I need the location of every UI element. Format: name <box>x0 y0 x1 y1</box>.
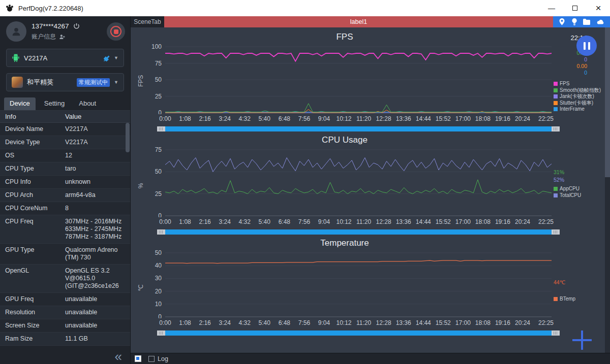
testing-status-badge: 常规测试中 <box>77 78 110 87</box>
scene-label[interactable]: label1 <box>164 16 553 27</box>
device-select[interactable]: V2217A ▼ <box>6 49 124 67</box>
account-info-label[interactable]: 账户信息 <box>32 32 56 41</box>
collapse-sidebar-icon[interactable]: « <box>115 350 122 363</box>
log-checkbox[interactable] <box>148 356 155 362</box>
x-tick-label: 11:20 <box>356 115 371 122</box>
fps-chart[interactable]: 0255075100 <box>146 44 552 114</box>
scroll-track[interactable] <box>165 126 552 131</box>
svg-text:20: 20 <box>155 288 162 295</box>
app-select[interactable]: 和平精英 常规测试中 ▼ <box>6 73 124 91</box>
x-tick-label: 19:16 <box>495 218 510 225</box>
fps-timeline-scrollbar[interactable] <box>157 126 560 131</box>
x-tick-label: 17:00 <box>455 115 471 122</box>
scroll-handle-right[interactable] <box>552 330 560 336</box>
x-tick-label: 13:36 <box>396 115 411 122</box>
scroll-track[interactable] <box>165 229 552 235</box>
tab-setting[interactable]: Setting <box>39 97 70 110</box>
x-tick-label: 9:04 <box>318 115 330 122</box>
pause-button[interactable] <box>576 36 597 56</box>
value-cell: 8 <box>61 202 130 215</box>
vertical-scrollbar-thumb[interactable] <box>605 27 610 177</box>
x-tick-label: 5:40 <box>259 115 270 122</box>
stop-record-button[interactable] <box>107 22 125 41</box>
temperature-chart[interactable]: 01020304050 <box>146 250 552 318</box>
avatar[interactable] <box>6 21 26 42</box>
table-scrollbar[interactable] <box>126 123 130 364</box>
scroll-handle-right[interactable] <box>552 229 560 235</box>
sidebar: 137****4267 账户信息 <box>0 16 131 364</box>
logout-power-icon[interactable] <box>73 23 80 29</box>
select-all-checkbox[interactable] <box>135 355 141 362</box>
table-row[interactable]: Resolutionunavailable <box>0 306 130 319</box>
legend-item[interactable]: Jank(卡顿次数) <box>554 93 601 100</box>
pause-icon <box>584 42 586 50</box>
legend-item[interactable]: Smooth(稳帧指数) <box>554 87 601 94</box>
game-app-icon <box>12 77 23 88</box>
scroll-track[interactable] <box>165 330 552 336</box>
svg-text:0: 0 <box>158 313 162 318</box>
close-button[interactable]: × <box>587 0 610 16</box>
legend-item[interactable]: InterFrame <box>554 106 601 113</box>
scroll-handle-left[interactable] <box>157 126 165 131</box>
svg-text:50: 50 <box>155 76 162 83</box>
table-row[interactable]: CPU CoreNum8 <box>0 202 130 215</box>
temperature-current-value: 44℃ <box>554 279 565 286</box>
lightbulb-icon[interactable] <box>571 18 577 25</box>
value-cell: 307MHz - 2016MHz 633MHz - 2745MHz 787MHz… <box>61 215 130 243</box>
x-tick-label: 0:00 <box>159 218 171 225</box>
info-table-body: Device NameV2217ADevice TypeV2217AOS12CP… <box>0 123 130 346</box>
x-tick-label: 20:24 <box>515 218 530 225</box>
table-row[interactable]: Device TypeV2217A <box>0 136 130 149</box>
x-tick-label: 6:48 <box>279 218 290 225</box>
user-icon <box>11 26 22 37</box>
table-row[interactable]: CPU Archarm64-v8a <box>0 189 130 202</box>
chevron-down-icon: ▼ <box>114 55 118 60</box>
table-row[interactable]: OS12 <box>0 149 130 162</box>
log-toggle[interactable]: Log <box>148 355 168 362</box>
location-pin-icon[interactable] <box>559 18 565 25</box>
table-row[interactable]: CPU Freq307MHz - 2016MHz 633MHz - 2745MH… <box>0 215 130 244</box>
folder-icon[interactable] <box>583 19 590 25</box>
cpu-chart[interactable]: 0255075 <box>146 147 552 217</box>
maximize-button[interactable] <box>563 0 587 16</box>
table-row[interactable]: CPU Typetaro <box>0 162 130 176</box>
x-tick-label: 17:00 <box>455 319 471 326</box>
x-tick-label: 15:52 <box>436 218 451 225</box>
value-cell: unavailable <box>61 293 130 306</box>
vertical-scrollbar[interactable] <box>605 27 610 353</box>
scene-tab-button[interactable]: SceneTab <box>131 16 164 27</box>
table-row[interactable]: CPU Infounknown <box>0 176 130 189</box>
legend-item[interactable]: AppCPU <box>554 186 581 192</box>
legend-item[interactable]: Stutter(卡顿率) <box>554 100 601 107</box>
legend-item[interactable]: FPS <box>554 81 601 87</box>
legend-item[interactable]: BTemp <box>554 296 575 303</box>
table-row[interactable]: Ram Size11.1 GB <box>0 333 130 346</box>
cpu-timeline-scrollbar[interactable] <box>157 229 560 235</box>
temperature-y-axis-label: ℃ <box>137 284 144 292</box>
temperature-timeline-scrollbar[interactable] <box>157 330 560 336</box>
cloud-icon[interactable] <box>596 19 604 25</box>
tab-about[interactable]: About <box>73 97 102 110</box>
scroll-handle-right[interactable] <box>552 126 560 131</box>
table-row[interactable]: GPU TypeQualcomm Adreno (TM) 730 <box>0 244 130 264</box>
table-row[interactable]: OpenGLOpenGL ES 3.2 V@0615.0 (GIT@2c36ce… <box>0 264 130 293</box>
table-row[interactable]: GPU Frequnavailable <box>0 293 130 306</box>
minimize-button[interactable]: — <box>540 0 563 16</box>
svg-text:75: 75 <box>155 60 162 67</box>
x-tick-label: 0:00 <box>159 115 171 122</box>
tab-device[interactable]: Device <box>4 97 36 110</box>
info-cell: GPU Freq <box>0 293 61 306</box>
legend-item[interactable]: TotalCPU <box>554 192 581 199</box>
scroll-handle-left[interactable] <box>157 229 165 235</box>
x-tick-label: 12:28 <box>376 319 391 326</box>
info-cell: Resolution <box>0 306 61 319</box>
cpu-x-axis: 0:001:082:163:244:325:406:487:569:0410:1… <box>165 218 552 226</box>
pause-icon <box>588 42 590 50</box>
info-cell: Device Type <box>0 136 61 149</box>
x-tick-label: 6:48 <box>279 115 290 122</box>
add-chart-button[interactable] <box>572 330 592 350</box>
scroll-handle-left[interactable] <box>157 330 165 336</box>
usb-connect-icon[interactable] <box>103 54 110 61</box>
table-row[interactable]: Screen Sizeunavailable <box>0 319 130 333</box>
table-row[interactable]: Device NameV2217A <box>0 123 130 136</box>
